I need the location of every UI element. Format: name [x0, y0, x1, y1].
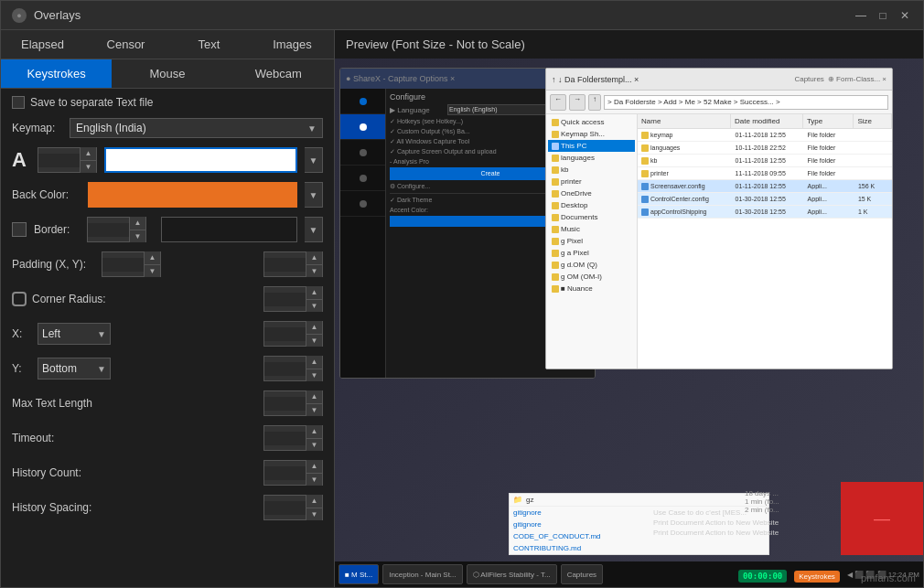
font-color-preview[interactable]: [104, 147, 297, 173]
y-down[interactable]: ▼: [306, 369, 322, 382]
corner-radius-down[interactable]: ▼: [306, 300, 322, 313]
y-up[interactable]: ▲: [306, 356, 322, 369]
keymap-chevron-icon: ▼: [307, 123, 317, 134]
padding-y-spinbox: 15 ▲ ▼: [263, 251, 323, 277]
padding-x-down[interactable]: ▼: [144, 265, 160, 278]
fb-list: Name Date modified Type Size keymap: [638, 114, 892, 369]
window-title: Overlays: [34, 8, 854, 22]
padding-label: Padding (X, Y):: [12, 258, 94, 271]
y-row: Y: Bottom ▼ 25 ▲ ▼: [12, 356, 323, 381]
keymap-row: Keymap: English (India) ▼: [12, 118, 323, 138]
border-down[interactable]: ▼: [129, 230, 145, 243]
app-window: ● Overlays — □ ✕ Elapsed Censor Text Ima…: [0, 0, 924, 588]
font-color-chevron-icon: ▼: [309, 155, 318, 166]
corner-radius-input[interactable]: 30: [264, 293, 306, 306]
tab-mouse[interactable]: Mouse: [112, 59, 222, 88]
history-spacing-input[interactable]: 10: [264, 501, 306, 515]
corner-radius-up[interactable]: ▲: [306, 286, 322, 300]
x-row: X: Left ▼ 40 ▲ ▼: [12, 321, 323, 347]
x-spinbox: 40 ▲ ▼: [263, 321, 323, 347]
maximize-button[interactable]: □: [876, 8, 890, 23]
history-count-down[interactable]: ▼: [306, 474, 322, 486]
font-size-up[interactable]: ▲: [80, 147, 96, 161]
minimize-button[interactable]: —: [854, 8, 868, 23]
padding-y-up[interactable]: ▲: [306, 251, 322, 265]
tree-item-5: kb: [548, 164, 635, 176]
keystrokes-badge: 00:00:00: [738, 568, 787, 582]
corner-radius-icon: [12, 292, 27, 306]
tree-item-13: g d.OM (Q): [548, 259, 635, 271]
tree-item-9: Documents: [548, 211, 635, 223]
backcolor-preview[interactable]: [88, 182, 297, 208]
x-align-select[interactable]: Left ▼: [38, 323, 111, 345]
padding-x-up[interactable]: ▲: [144, 251, 160, 265]
tree-item-8: Desktop: [548, 199, 635, 211]
timeout-up[interactable]: ▲: [306, 425, 322, 439]
border-row: Border: 0 ▲ ▼ ▼: [12, 217, 323, 242]
tree-item-7: OneDrive: [548, 187, 635, 199]
padding-x-input[interactable]: 15: [102, 258, 144, 272]
y-align-select[interactable]: Bottom ▼: [38, 358, 111, 380]
corner-radius-left: Corner Radius:: [12, 292, 256, 306]
red-box-dash-icon: —: [874, 509, 890, 529]
inner-sidebar-item-5: [340, 191, 385, 217]
keymap-select[interactable]: English (India) ▼: [70, 118, 323, 138]
max-text-up[interactable]: ▲: [306, 390, 322, 404]
tab-nav-row1: Elapsed Censor Text Images: [1, 30, 334, 59]
backcolor-dropdown[interactable]: ▼: [305, 182, 323, 208]
fb-item-7: appControlShipping 01-30-2018 12:55 Appl…: [638, 206, 892, 219]
timeout-down[interactable]: ▼: [306, 439, 322, 452]
max-text-input[interactable]: 15: [264, 397, 306, 411]
history-spacing-label: History Spacing:: [12, 501, 256, 514]
tab-webcam[interactable]: Webcam: [223, 59, 334, 88]
x-up[interactable]: ▲: [306, 321, 322, 335]
padding-x-spinbox: 15 ▲ ▼: [102, 251, 161, 277]
tab-censor[interactable]: Censor: [84, 30, 167, 59]
keystrokes-tag-container: Keystrokes: [794, 568, 840, 582]
fb-item-3: kb 01-11-2018 12:55 File folder: [638, 155, 892, 167]
timeout-input[interactable]: 2: [264, 432, 306, 445]
tab-keystrokes[interactable]: Keystrokes: [1, 59, 112, 88]
y-input[interactable]: 25: [264, 362, 306, 376]
max-text-down[interactable]: ▼: [306, 404, 322, 417]
corner-radius-arrows: ▲ ▼: [306, 286, 322, 312]
padding-y-input[interactable]: 15: [264, 258, 306, 272]
tab-text[interactable]: Text: [167, 30, 251, 59]
x-align-chevron-icon: ▼: [97, 329, 106, 339]
tree-item-2: Keymap Sh...: [548, 128, 635, 140]
right-panel: Preview (Font Size - Not to Scale) ● Sha…: [335, 30, 923, 587]
fb-item-6: ControlCenter.config 01-30-2018 12:55 Ap…: [638, 193, 892, 206]
taskbar-item-3: ⬡ AllFilers Stability - T...: [467, 564, 557, 584]
tab-elapsed[interactable]: Elapsed: [1, 30, 84, 59]
padding-y-down[interactable]: ▼: [306, 265, 322, 278]
fb-item-5: Screensaver.config 01-11-2018 12:55 Appl…: [638, 180, 892, 193]
border-checkbox[interactable]: [12, 222, 27, 237]
close-button[interactable]: ✕: [897, 8, 912, 23]
corner-radius-spinbox: 30 ▲ ▼: [263, 286, 323, 312]
font-size-down[interactable]: ▼: [80, 161, 96, 174]
controls-area: Save to separate Text file Keymap: Engli…: [1, 89, 334, 587]
backcolor-chevron-icon: ▼: [309, 190, 318, 200]
border-color-preview[interactable]: [161, 217, 297, 242]
title-bar: ● Overlays — □ ✕: [1, 1, 923, 30]
history-count-input[interactable]: 6: [264, 466, 306, 480]
font-color-dropdown[interactable]: ▼: [305, 147, 323, 173]
fb-item-4: printer 11-11-2018 09:55 File folder: [638, 167, 892, 180]
font-size-input[interactable]: 21: [38, 154, 80, 167]
padding-x-arrows: ▲ ▼: [144, 251, 160, 277]
x-input[interactable]: 40: [264, 327, 306, 341]
x-down[interactable]: ▼: [306, 335, 322, 347]
history-count-up[interactable]: ▲: [306, 460, 322, 474]
border-up[interactable]: ▲: [129, 217, 145, 230]
border-color-dropdown[interactable]: ▼: [305, 217, 323, 242]
history-spacing-up[interactable]: ▲: [306, 495, 322, 508]
main-content: Elapsed Censor Text Images Keystrokes Mo…: [1, 30, 923, 587]
taskbar-item-1: ■ M St...: [338, 564, 379, 584]
timeout-arrows: ▲ ▼: [306, 425, 322, 451]
history-spacing-down[interactable]: ▼: [306, 508, 322, 521]
x-label: X:: [12, 327, 30, 340]
save-checkbox[interactable]: [12, 96, 25, 109]
watermark: pmfans.com: [861, 572, 916, 583]
border-input[interactable]: 0: [88, 223, 129, 237]
tab-images[interactable]: Images: [251, 30, 334, 59]
